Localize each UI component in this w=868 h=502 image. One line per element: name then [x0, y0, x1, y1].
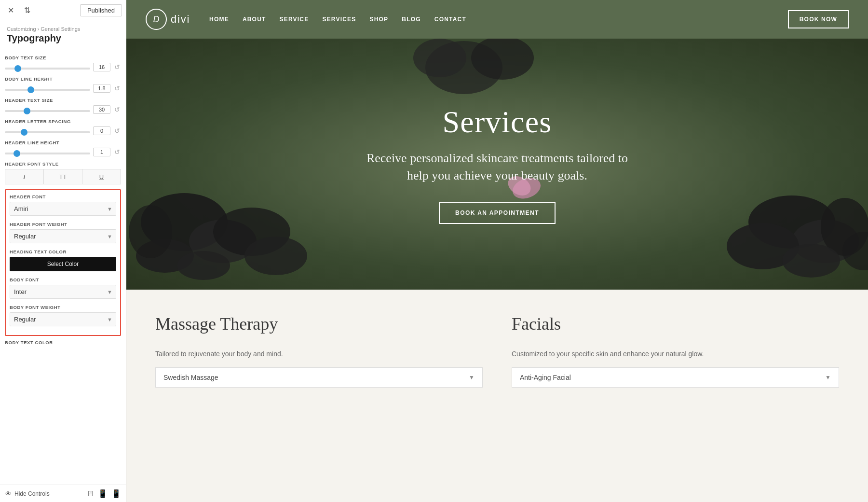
- hide-controls-button[interactable]: 👁 Hide Controls: [5, 490, 50, 498]
- body-line-height-group: BODY LINE HEIGHT ↺: [5, 76, 121, 93]
- header-font-weight-group: HEADER FONT WEIGHT Regular Thin Light Me…: [10, 222, 116, 243]
- italic-button[interactable]: I: [5, 169, 44, 184]
- body-text-color-label: BODY TEXT COLOR: [5, 340, 121, 345]
- header-font-select[interactable]: Amiri Georgia Times New Roman Playfair D…: [10, 202, 116, 216]
- close-button[interactable]: ✕: [4, 4, 17, 17]
- mobile-icon[interactable]: 📱: [111, 489, 121, 498]
- header-line-height-group: HEADER LINE HEIGHT ↺: [5, 140, 121, 156]
- body-font-group: BODY FONT Inter Arial Helvetica Open San…: [10, 277, 116, 299]
- published-button[interactable]: Published: [80, 4, 122, 16]
- body-font-weight-group: BODY FONT WEIGHT Regular Thin Light Medi…: [10, 305, 116, 326]
- swedish-massage-dropdown[interactable]: Swedish Massage ▼: [155, 367, 483, 388]
- header-letter-spacing-value[interactable]: [93, 126, 110, 135]
- nav-link-service[interactable]: SERVICE: [280, 16, 309, 23]
- nav-logo: D divi: [146, 9, 190, 30]
- nav-link-blog[interactable]: BLOG: [402, 16, 420, 23]
- header-line-height-reset[interactable]: ↺: [113, 148, 121, 156]
- book-now-button[interactable]: BOOK NOW: [788, 10, 849, 28]
- panel-footer: 👁 Hide Controls 🖥 📱 📱: [0, 485, 126, 502]
- body-font-select-wrap: Inter Arial Helvetica Open Sans Roboto ▼: [10, 285, 116, 299]
- swap-button[interactable]: ⇅: [20, 4, 34, 17]
- book-appointment-button[interactable]: BOOK AN APPOINTMENT: [439, 202, 556, 224]
- nav-link-shop[interactable]: SHOP: [370, 16, 389, 23]
- body-font-select[interactable]: Inter Arial Helvetica Open Sans Roboto: [10, 285, 116, 299]
- header-letter-spacing-row: ↺: [5, 126, 121, 135]
- header-font-style-label: HEADER FONT STYLE: [5, 161, 121, 167]
- panel-scroll: BODY TEXT SIZE ↺ BODY LINE HEIGHT ↺: [0, 49, 126, 485]
- chevron-down-icon: ▼: [469, 374, 475, 381]
- massage-therapy-title: Massage Therapy: [155, 314, 483, 334]
- divider-1: [155, 342, 483, 342]
- header-font-weight-select-wrap: Regular Thin Light Medium Bold Black ▼: [10, 229, 116, 243]
- nav-link-home[interactable]: HOME: [209, 16, 229, 23]
- body-text-size-value[interactable]: [93, 63, 110, 71]
- services-section: Massage Therapy Tailored to rejuvenate y…: [126, 290, 868, 502]
- body-text-size-row: ↺: [5, 63, 121, 71]
- heading-text-color-group: HEADING TEXT COLOR Select Color: [10, 249, 116, 271]
- body-font-label: BODY FONT: [10, 277, 116, 282]
- header-line-height-value[interactable]: [93, 148, 110, 156]
- tablet-icon[interactable]: 📱: [98, 489, 108, 498]
- header-font-group: HEADER FONT Amiri Georgia Times New Roma…: [10, 194, 116, 216]
- hero-section: Services Receive personalized skincare t…: [126, 39, 868, 290]
- service-col-facials: Facials Customized to your specific skin…: [512, 314, 839, 388]
- hide-controls-label: Hide Controls: [14, 490, 50, 497]
- service-col-massage: Massage Therapy Tailored to rejuvenate y…: [155, 314, 483, 388]
- body-font-weight-select[interactable]: Regular Thin Light Medium Bold Black: [10, 312, 116, 326]
- logo-text: divi: [171, 13, 190, 26]
- header-text-size-slider-wrap: [5, 105, 90, 114]
- nav-link-about[interactable]: ABOUT: [243, 16, 266, 23]
- body-line-height-value[interactable]: [93, 84, 110, 93]
- header-letter-spacing-slider-wrap: [5, 126, 90, 135]
- header-line-height-slider-wrap: [5, 148, 90, 156]
- chevron-down-icon-2: ▼: [825, 374, 831, 381]
- header-letter-spacing-reset[interactable]: ↺: [113, 127, 121, 135]
- facials-title: Facials: [512, 314, 839, 334]
- header-font-select-wrap: Amiri Georgia Times New Roman Playfair D…: [10, 202, 116, 216]
- header-text-size-reset[interactable]: ↺: [113, 106, 121, 113]
- body-line-height-row: ↺: [5, 84, 121, 93]
- body-line-height-slider[interactable]: [5, 89, 90, 91]
- header-letter-spacing-slider[interactable]: [5, 131, 90, 133]
- nav-link-contact[interactable]: CONTACT: [434, 16, 466, 23]
- highlight-box: HEADER FONT Amiri Georgia Times New Roma…: [5, 189, 121, 336]
- panel-topbar: ✕ ⇅ Published: [0, 0, 126, 21]
- uppercase-button[interactable]: TT: [44, 169, 82, 184]
- body-text-size-slider[interactable]: [5, 68, 90, 70]
- body-line-height-reset[interactable]: ↺: [113, 84, 121, 92]
- select-color-button[interactable]: Select Color: [10, 257, 116, 271]
- nav-link-services[interactable]: SERVICES: [322, 16, 356, 23]
- massage-therapy-desc: Tailored to rejuvenate your body and min…: [155, 350, 483, 358]
- body-line-height-label: BODY LINE HEIGHT: [5, 76, 121, 82]
- divider-2: [512, 342, 839, 342]
- desktop-icon[interactable]: 🖥: [86, 489, 94, 498]
- header-font-style-group: HEADER FONT STYLE I TT U: [5, 161, 121, 184]
- header-font-label: HEADER FONT: [10, 194, 116, 199]
- header-text-size-row: ↺: [5, 105, 121, 114]
- header-text-size-value[interactable]: [93, 105, 110, 114]
- footer-icons: 🖥 📱 📱: [86, 489, 121, 498]
- header-text-size-slider[interactable]: [5, 110, 90, 112]
- header-line-height-row: ↺: [5, 148, 121, 156]
- panel-title: Typography: [0, 32, 126, 49]
- logo-circle: D: [146, 9, 167, 30]
- left-panel: ✕ ⇅ Published Customizing › General Sett…: [0, 0, 126, 502]
- body-text-color-group: BODY TEXT COLOR: [5, 340, 121, 345]
- header-letter-spacing-label: HEADER LETTER SPACING: [5, 119, 121, 124]
- body-font-weight-select-wrap: Regular Thin Light Medium Bold Black ▼: [10, 312, 116, 326]
- heading-text-color-label: HEADING TEXT COLOR: [10, 249, 116, 254]
- body-line-height-slider-wrap: [5, 84, 90, 93]
- body-text-size-slider-wrap: [5, 63, 90, 71]
- body-text-size-reset[interactable]: ↺: [113, 63, 121, 71]
- breadcrumb: Customizing › General Settings: [0, 21, 126, 32]
- underline-button[interactable]: U: [82, 169, 121, 184]
- header-text-size-label: HEADER TEXT SIZE: [5, 98, 121, 103]
- body-font-weight-label: BODY FONT WEIGHT: [10, 305, 116, 310]
- header-line-height-slider[interactable]: [5, 153, 90, 154]
- site-nav: D divi HOME ABOUT SERVICE SERVICES SHOP …: [126, 0, 868, 39]
- anti-aging-dropdown[interactable]: Anti-Aging Facial ▼: [512, 367, 839, 388]
- right-panel: D divi HOME ABOUT SERVICE SERVICES SHOP …: [126, 0, 868, 502]
- header-font-weight-select[interactable]: Regular Thin Light Medium Bold Black: [10, 229, 116, 243]
- header-font-weight-label: HEADER FONT WEIGHT: [10, 222, 116, 227]
- services-grid: Massage Therapy Tailored to rejuvenate y…: [155, 314, 839, 388]
